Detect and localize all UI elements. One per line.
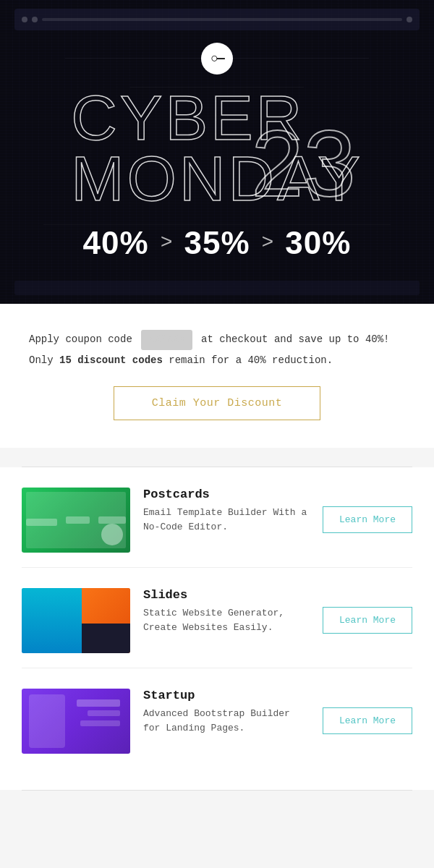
thumb-bg-postcards: [22, 488, 130, 553]
mock-dot-3: [407, 17, 412, 22]
thumb-bg-slides: [22, 588, 130, 653]
claim-discount-button[interactable]: Claim Your Discount: [114, 386, 321, 420]
thumb-phone-mock: [29, 694, 65, 748]
thumb-row-3: [98, 516, 126, 524]
thumb-row-2: [66, 516, 90, 524]
product-info-postcards: Postcards Email Template Builder With a …: [143, 488, 310, 535]
coupon-code: XXXXXX: [141, 330, 192, 350]
product-name-startup: Startup: [143, 689, 310, 702]
hero-mock-bottombar: [14, 281, 420, 295]
thumb-slides-left: [22, 588, 82, 653]
discount-35: 35%: [184, 225, 250, 261]
thumb-text-mock-1: [77, 699, 120, 707]
product-name-slides: Slides: [143, 588, 310, 602]
scarcity-suffix: remain for a 40% reduction.: [169, 354, 333, 366]
mock-dot-1: [22, 17, 27, 22]
product-item-startup: Startup Advanced Bootstrap Builder for L…: [22, 668, 412, 768]
learn-more-slides[interactable]: Learn More: [323, 607, 412, 634]
product-info-startup: Startup Advanced Bootstrap Builder for L…: [143, 689, 310, 736]
product-item-postcards: Postcards Email Template Builder With a …: [22, 467, 412, 568]
discount-40: 40%: [83, 225, 149, 261]
scarcity-prefix: Only: [29, 354, 54, 366]
hero-section: ○— CYBER MONDAY 23 40% > 35% > 30%: [0, 0, 434, 304]
products-section: Postcards Email Template Builder With a …: [0, 467, 434, 790]
promo-text-before: Apply coupon code: [29, 333, 132, 345]
promo-text-after: at checkout and save up to 40%!: [201, 333, 389, 345]
thumb-row-1: [26, 519, 57, 526]
product-thumb-slides: [22, 588, 130, 653]
promo-section: Apply coupon code XXXXXX at checkout and…: [0, 304, 434, 448]
cyber-monday-title: CYBER MONDAY 23: [71, 88, 363, 208]
title-year: 23: [251, 124, 356, 204]
discount-30: 30%: [285, 225, 351, 261]
promo-text-line1: Apply coupon code XXXXXX at checkout and…: [29, 330, 405, 350]
mock-bar: [42, 18, 402, 21]
thumb-text-mock-2: [88, 710, 120, 716]
product-thumb-postcards: [22, 488, 130, 553]
claim-button-wrapper: Claim Your Discount: [29, 386, 405, 420]
thumb-circle: [101, 524, 123, 545]
logo-symbol: ○—: [210, 51, 224, 66]
footer-divider: [22, 790, 412, 791]
arrow-2: >: [262, 231, 274, 254]
hero-mock-topbar: [14, 9, 420, 30]
product-name-postcards: Postcards: [143, 488, 310, 501]
mock-dot-2: [32, 17, 38, 22]
discount-row: 40% > 35% > 30%: [83, 225, 352, 261]
learn-more-startup[interactable]: Learn More: [323, 707, 412, 734]
scarcity-bold: 15 discount codes: [59, 354, 163, 366]
product-desc-slides: Static Website Generator, Create Website…: [143, 606, 310, 635]
thumb-slides-right-top: [82, 588, 131, 624]
thumb-text-mock-3: [80, 720, 120, 726]
thumb-bg-startup: [22, 689, 130, 754]
product-item-slides: Slides Static Website Generator, Create …: [22, 568, 412, 668]
thumb-slides-right-bottom: [82, 624, 131, 653]
arrow-1: >: [161, 231, 173, 254]
learn-more-postcards[interactable]: Learn More: [323, 506, 412, 533]
promo-scarcity-text: Only 15 discount codes remain for a 40% …: [29, 354, 405, 366]
product-info-slides: Slides Static Website Generator, Create …: [143, 588, 310, 635]
product-desc-startup: Advanced Bootstrap Builder for Landing P…: [143, 707, 310, 736]
product-thumb-startup: [22, 689, 130, 754]
product-desc-postcards: Email Template Builder With a No-Code Ed…: [143, 506, 310, 535]
